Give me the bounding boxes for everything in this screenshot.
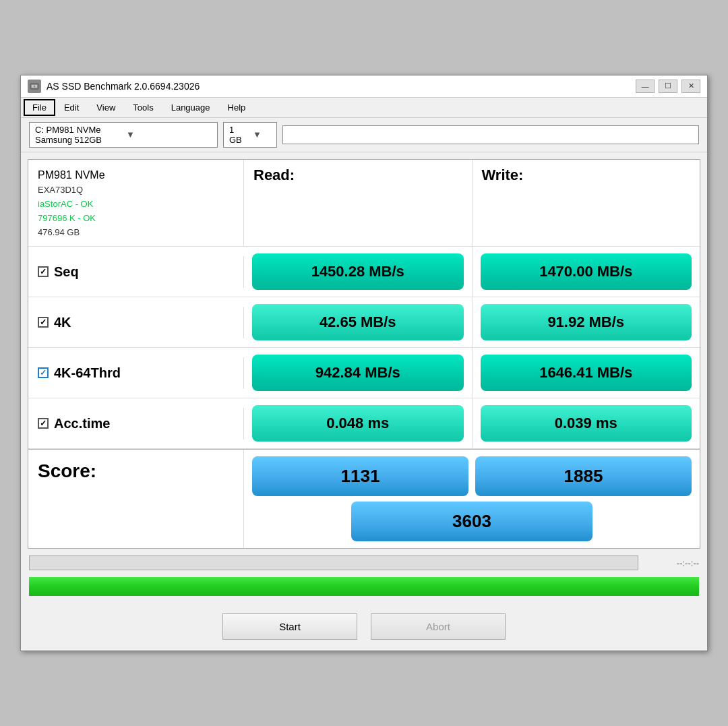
bottom-buttons: Start Abort bbox=[21, 603, 707, 651]
progress-row: --:--:-- bbox=[29, 555, 699, 570]
score-top-row: 1131 1885 bbox=[252, 456, 692, 496]
score-row: Score: 1131 1885 3603 bbox=[28, 449, 700, 548]
title-bar: AS SSD Benchmark 2.0.6694.23026 — ☐ ✕ bbox=[21, 75, 707, 98]
read-header: Read: bbox=[244, 160, 473, 247]
menu-language[interactable]: Language bbox=[162, 99, 219, 116]
drive-select-arrow: ▼ bbox=[126, 129, 212, 140]
acctime-read-value: 0.048 ms bbox=[252, 405, 464, 442]
4k64-label-cell: 4K-64Thrd bbox=[28, 357, 244, 389]
main-window: AS SSD Benchmark 2.0.6694.23026 — ☐ ✕ Fi… bbox=[20, 75, 708, 652]
results-table: PM981 NVMe EXA73D1Q iaStorAC - OK 797696… bbox=[28, 159, 700, 549]
table-row: 4K-64Thrd 942.84 MB/s 1646.41 MB/s bbox=[28, 348, 700, 398]
svg-point-2 bbox=[34, 85, 36, 87]
minimize-button[interactable]: — bbox=[636, 80, 655, 93]
drive-info-cell: PM981 NVMe EXA73D1Q iaStorAC - OK 797696… bbox=[28, 160, 244, 247]
window-title: AS SSD Benchmark 2.0.6694.23026 bbox=[47, 81, 630, 92]
write-header: Write: bbox=[473, 160, 700, 247]
acctime-write-value: 0.039 ms bbox=[481, 405, 692, 442]
app-icon bbox=[28, 80, 41, 93]
score-total: 3603 bbox=[351, 502, 593, 541]
4k-checkbox[interactable] bbox=[38, 317, 49, 328]
seq-write-cell: 1470.00 MB/s bbox=[473, 247, 700, 297]
drive-capacity: 476.94 GB bbox=[38, 226, 234, 240]
seq-checkbox[interactable] bbox=[38, 266, 49, 277]
4k-write-cell: 91.92 MB/s bbox=[473, 297, 700, 347]
size-select-label: 1 GB bbox=[229, 125, 247, 145]
start-button[interactable]: Start bbox=[222, 613, 357, 640]
progress-time: --:--:-- bbox=[645, 558, 699, 568]
4k64-label: 4K-64Thrd bbox=[54, 365, 121, 381]
score-values-cell: 1131 1885 3603 bbox=[244, 450, 700, 548]
main-content: PM981 NVMe EXA73D1Q iaStorAC - OK 797696… bbox=[21, 152, 707, 603]
score-label: Score: bbox=[28, 450, 244, 548]
table-row: 4K 42.65 MB/s 91.92 MB/s bbox=[28, 297, 700, 348]
menu-file[interactable]: File bbox=[24, 99, 55, 116]
menu-tools[interactable]: Tools bbox=[124, 99, 162, 116]
menu-help[interactable]: Help bbox=[219, 99, 255, 116]
drive-select[interactable]: C: PM981 NVMe Samsung 512GB ▼ bbox=[29, 122, 218, 148]
4k-label: 4K bbox=[54, 315, 71, 330]
seq-write-value: 1470.00 MB/s bbox=[481, 253, 692, 290]
table-row: Seq 1450.28 MB/s 1470.00 MB/s bbox=[28, 247, 700, 297]
acctime-label: Acc.time bbox=[54, 416, 110, 431]
progress-area: --:--:-- bbox=[28, 555, 700, 596]
4k-read-value: 42.65 MB/s bbox=[252, 304, 464, 340]
seq-read-cell: 1450.28 MB/s bbox=[244, 247, 473, 297]
seq-label: Seq bbox=[54, 264, 79, 280]
seq-label-cell: Seq bbox=[28, 256, 244, 288]
4k64-write-value: 1646.41 MB/s bbox=[481, 355, 692, 391]
size-select[interactable]: 1 GB ▼ bbox=[223, 122, 277, 148]
info-header-row: PM981 NVMe EXA73D1Q iaStorAC - OK 797696… bbox=[28, 160, 700, 247]
menu-bar: File Edit View Tools Language Help bbox=[21, 98, 707, 118]
score-read: 1131 bbox=[252, 456, 468, 496]
size-select-arrow: ▼ bbox=[253, 129, 271, 140]
seq-read-value: 1450.28 MB/s bbox=[252, 253, 464, 290]
maximize-button[interactable]: ☐ bbox=[659, 80, 677, 93]
drive-select-label: C: PM981 NVMe Samsung 512GB bbox=[35, 125, 121, 145]
menu-edit[interactable]: Edit bbox=[55, 99, 88, 116]
acctime-write-cell: 0.039 ms bbox=[473, 398, 700, 448]
green-progress-bar bbox=[29, 577, 699, 596]
acctime-checkbox[interactable] bbox=[38, 418, 49, 429]
progress-bar-container bbox=[29, 555, 638, 570]
drive-id: EXA73D1Q bbox=[38, 183, 234, 198]
drive-name: PM981 NVMe bbox=[38, 167, 234, 184]
close-button[interactable]: ✕ bbox=[681, 80, 700, 93]
4k64-write-cell: 1646.41 MB/s bbox=[473, 348, 700, 398]
4k64-read-value: 942.84 MB/s bbox=[252, 355, 464, 391]
4k64-read-cell: 942.84 MB/s bbox=[244, 348, 473, 398]
4k64-checkbox[interactable] bbox=[38, 367, 49, 378]
menu-view[interactable]: View bbox=[88, 99, 124, 116]
abort-button[interactable]: Abort bbox=[371, 613, 506, 640]
4k-label-cell: 4K bbox=[28, 307, 244, 338]
extra-input bbox=[282, 125, 699, 144]
window-controls: — ☐ ✕ bbox=[636, 80, 700, 93]
progress-bar-fill bbox=[30, 556, 638, 570]
acctime-read-cell: 0.048 ms bbox=[244, 398, 473, 448]
toolbar: C: PM981 NVMe Samsung 512GB ▼ 1 GB ▼ bbox=[21, 118, 707, 152]
drive-status2: 797696 K - OK bbox=[38, 212, 234, 226]
table-row: Acc.time 0.048 ms 0.039 ms bbox=[28, 398, 700, 449]
4k-write-value: 91.92 MB/s bbox=[481, 304, 692, 340]
score-write: 1885 bbox=[475, 456, 692, 496]
drive-status1: iaStorAC - OK bbox=[38, 198, 234, 212]
4k-read-cell: 42.65 MB/s bbox=[244, 297, 473, 347]
acctime-label-cell: Acc.time bbox=[28, 408, 244, 440]
